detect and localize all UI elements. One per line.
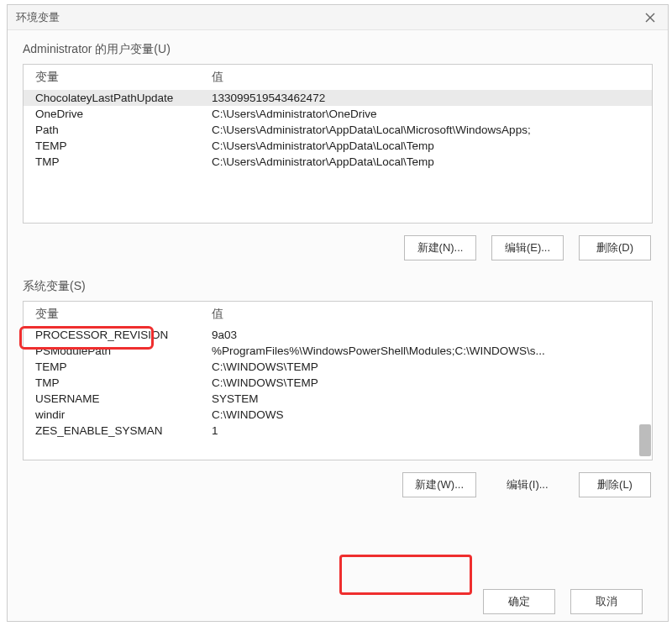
var-name: PSModulePath — [24, 343, 200, 359]
user-vars-panel: 变量 值 ChocolateyLastPathUpdate 1330995195… — [23, 64, 653, 224]
user-new-button[interactable]: 新建(N)... — [404, 235, 476, 260]
var-value: 9a03 — [200, 327, 652, 343]
var-name: windir — [24, 407, 200, 423]
table-row[interactable]: TMP C:\WINDOWS\TEMP — [24, 375, 652, 391]
annotation-highlight — [339, 555, 472, 595]
system-vars-panel: 变量 值 PROCESSOR_REVISION 9a03 PSModulePat… — [23, 301, 653, 460]
table-row[interactable]: PROCESSOR_REVISION 9a03 — [24, 327, 652, 343]
scrollbar-thumb[interactable] — [639, 424, 651, 456]
var-name: TMP — [24, 375, 200, 391]
user-vars-label: Administrator 的用户变量(U) — [23, 42, 171, 57]
var-name: PROCESSOR_REVISION — [24, 327, 200, 343]
table-header-row: 变量 值 — [24, 302, 652, 327]
var-value: C:\Users\Administrator\AppData\Local\Tem… — [200, 138, 652, 154]
table-row[interactable]: PSModulePath %ProgramFiles%\WindowsPower… — [24, 343, 652, 359]
var-value: 1 — [200, 423, 652, 439]
var-value: C:\Users\Administrator\OneDrive — [200, 106, 652, 122]
table-row[interactable]: OneDrive C:\Users\Administrator\OneDrive — [24, 106, 652, 122]
sys-col-val-header[interactable]: 值 — [200, 302, 652, 327]
table-row[interactable]: ChocolateyLastPathUpdate 133099519543462… — [24, 90, 652, 106]
user-delete-button[interactable]: 删除(D) — [579, 235, 651, 260]
close-icon[interactable] — [641, 8, 659, 27]
var-value: SYSTEM — [200, 391, 652, 407]
var-value: 133099519543462472 — [200, 90, 652, 106]
var-value: C:\Users\Administrator\AppData\Local\Mic… — [200, 122, 652, 138]
dialog-footer: 确定 取消 — [483, 589, 643, 614]
user-buttons-row: 新建(N)... 编辑(E)... 删除(D) — [23, 235, 651, 260]
system-vars-label: 系统变量(S) — [23, 279, 86, 294]
user-col-val-header[interactable]: 值 — [200, 65, 652, 90]
var-name: OneDrive — [24, 106, 200, 122]
table-row[interactable]: ZES_ENABLE_SYSMAN 1 — [24, 423, 652, 439]
table-row[interactable]: USERNAME SYSTEM — [24, 391, 652, 407]
var-value: C:\Users\Administrator\AppData\Local\Tem… — [200, 154, 652, 170]
var-value: C:\WINDOWS\TEMP — [200, 375, 652, 391]
var-name: TEMP — [24, 138, 200, 154]
env-vars-dialog: 环境变量 Administrator 的用户变量(U) 变量 值 Chocola… — [7, 4, 669, 622]
window-title: 环境变量 — [16, 10, 60, 25]
table-row[interactable]: TEMP C:\WINDOWS\TEMP — [24, 359, 652, 375]
var-name: ChocolateyLastPathUpdate — [24, 90, 200, 106]
user-edit-button[interactable]: 编辑(E)... — [491, 235, 564, 260]
system-new-button[interactable]: 新建(W)... — [402, 472, 476, 497]
table-row[interactable]: Path C:\Users\Administrator\AppData\Loca… — [24, 122, 652, 138]
sys-col-var-header[interactable]: 变量 — [24, 302, 200, 327]
system-buttons-row: 新建(W)... 编辑(I)... 删除(L) — [23, 472, 651, 497]
var-name: TEMP — [24, 359, 200, 375]
var-name: USERNAME — [24, 391, 200, 407]
cancel-button[interactable]: 取消 — [570, 589, 643, 614]
user-col-var-header[interactable]: 变量 — [24, 65, 200, 90]
user-vars-table[interactable]: 变量 值 ChocolateyLastPathUpdate 1330995195… — [24, 65, 652, 170]
system-delete-button[interactable]: 删除(L) — [579, 472, 651, 497]
var-name: Path — [24, 122, 200, 138]
var-name: ZES_ENABLE_SYSMAN — [24, 423, 200, 439]
system-vars-table[interactable]: 变量 值 PROCESSOR_REVISION 9a03 PSModulePat… — [24, 302, 652, 439]
var-value: C:\WINDOWS — [200, 407, 652, 423]
system-edit-button[interactable]: 编辑(I)... — [491, 472, 564, 497]
ok-button[interactable]: 确定 — [483, 589, 555, 614]
content-area: Administrator 的用户变量(U) 变量 值 ChocolateyLa… — [8, 30, 668, 524]
table-row[interactable]: TMP C:\Users\Administrator\AppData\Local… — [24, 154, 652, 170]
var-value: %ProgramFiles%\WindowsPowerShell\Modules… — [200, 343, 652, 359]
table-row[interactable]: TEMP C:\Users\Administrator\AppData\Loca… — [24, 138, 652, 154]
titlebar: 环境变量 — [8, 5, 668, 30]
var-value: C:\WINDOWS\TEMP — [200, 359, 652, 375]
var-name: TMP — [24, 154, 200, 170]
table-header-row: 变量 值 — [24, 65, 652, 90]
table-row[interactable]: windir C:\WINDOWS — [24, 407, 652, 423]
